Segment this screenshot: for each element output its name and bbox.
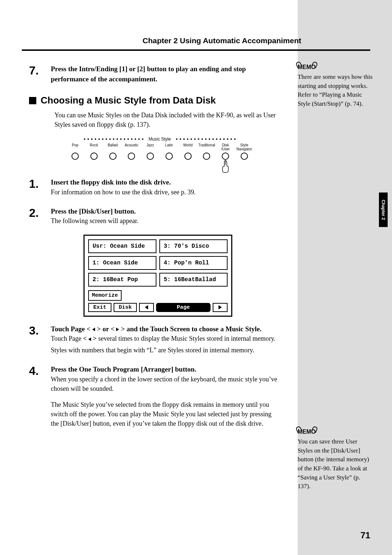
screen-cell-popn-roll[interactable]: 4: Pop'n Roll — [159, 256, 228, 270]
screen-exit-button[interactable]: Exit — [88, 303, 111, 312]
panel-buttons-row — [65, 153, 254, 160]
step-2-body: The following screen will appear. — [51, 216, 279, 226]
step-3-number: 3. — [29, 324, 51, 357]
panel-labels: Pop Rock Ballad Acoustic Jazz Latin Worl… — [65, 143, 254, 151]
step-2-title: Press the [Disk/User] button. — [51, 206, 279, 216]
memo-1-text: There are some ways how this starting an… — [298, 73, 374, 109]
panel-btn-disk-user[interactable] — [222, 153, 229, 160]
step-4-body1: When you specify a chord in the lower se… — [51, 374, 279, 393]
screen-page-next-button[interactable] — [213, 303, 228, 312]
step-3-body1: Touch Page < > several times to display … — [51, 334, 279, 343]
section-heading: Choosing a Music Style from Data Disk — [29, 95, 279, 106]
header-rule — [22, 49, 370, 51]
panel-btn-ballad[interactable] — [109, 153, 117, 160]
page-number: 71 — [360, 530, 370, 540]
screen-page-prev-button[interactable] — [139, 303, 154, 312]
page-header: Chapter 2 Using Automatic Accompaniment — [22, 36, 370, 51]
triangle-right-icon — [219, 305, 222, 309]
screen-cell-70s-disco[interactable]: 3: 70's Disco — [159, 239, 228, 253]
memo-icon: MEMO — [298, 64, 316, 70]
panel-btn-style-navigator[interactable] — [241, 153, 248, 160]
chapter-side-tab: Chapter 2 — [379, 193, 388, 227]
panel-label-rock: Rock — [86, 143, 102, 151]
screen-memorize-button[interactable]: Memorize — [88, 290, 122, 301]
screen-page-label: Page — [156, 303, 211, 312]
panel-label-world: World — [180, 143, 196, 151]
pointing-hand-icon — [220, 160, 230, 173]
step-3-title: Touch Page < > or < > and the Touch Scre… — [51, 324, 279, 334]
step-4-number: 4. — [29, 364, 51, 430]
memo-1: MEMO There are some ways how this starti… — [298, 64, 374, 109]
step-4-title: Press the One Touch Program [Arranger] b… — [51, 364, 279, 374]
memo-2-text: You can save three User Styles on the [D… — [298, 437, 374, 491]
section-title: Choosing a Music Style from Data Disk — [41, 95, 216, 106]
panel-btn-traditional[interactable] — [203, 153, 210, 160]
panel-label-disk-user: Disk /User — [217, 143, 234, 151]
step-2-number: 2. — [29, 206, 51, 228]
step-3: 3. Touch Page < > or < > and the Touch S… — [29, 324, 279, 357]
panel-label-traditional: Traditional — [198, 143, 215, 151]
step-1-number: 1. — [29, 177, 51, 199]
panel-btn-world[interactable] — [184, 153, 192, 160]
memo-icon: MEMO — [298, 429, 316, 435]
panel-center-label: Music Style — [148, 137, 171, 142]
panel-btn-jazz[interactable] — [147, 153, 154, 160]
panel-label-style-navigator: Style Navigator — [236, 143, 253, 151]
screen-cell-1-ocean-side[interactable]: 1: Ocean Side — [88, 256, 156, 270]
panel-dots-row: Music Style — [65, 137, 254, 142]
panel-btn-rock[interactable] — [90, 153, 98, 160]
step-2: 2. Press the [Disk/User] button. The fol… — [29, 206, 279, 228]
step-7-text: Press the Intro/Ending [1] or [2] button… — [51, 64, 279, 84]
step-4-body2: The Music Style you’ve selected from the… — [51, 400, 279, 428]
step-4: 4. Press the One Touch Program [Arranger… — [29, 364, 279, 430]
panel-btn-pop[interactable] — [72, 153, 79, 160]
step-1-body: For information on how to use the disk d… — [51, 187, 279, 197]
panel-label-acoustic: Acoustic — [123, 143, 140, 151]
step-7: 7. Press the Intro/Ending [1] or [2] but… — [29, 64, 279, 84]
section-intro: You can use Music Styles on the Data Dis… — [54, 110, 279, 129]
panel-btn-acoustic[interactable] — [128, 153, 135, 160]
music-style-panel: Music Style Pop Rock Ballad Acoustic Jaz… — [65, 137, 254, 160]
screen-cell-usr-ocean-side[interactable]: Usr: Ocean Side — [88, 239, 156, 253]
panel-label-jazz: Jazz — [142, 143, 159, 151]
step-7-number: 7. — [29, 64, 51, 84]
screen-disk-button[interactable]: Disk — [114, 303, 137, 312]
chapter-title: Chapter 2 Using Automatic Accompaniment — [22, 36, 370, 45]
panel-label-pop: Pop — [67, 143, 83, 151]
step-1-title: Insert the floppy disk into the disk dri… — [51, 177, 279, 187]
screen-cell-16beat-pop[interactable]: 2: 16Beat Pop — [88, 273, 156, 287]
memo-2: MEMO You can save three User Styles on t… — [298, 429, 374, 491]
screen-cell-16beat-ballad[interactable]: 5: 16BeatBallad — [159, 273, 228, 287]
triangle-left-icon — [92, 328, 95, 331]
panel-btn-latin[interactable] — [166, 153, 173, 160]
triangle-left-icon — [145, 305, 148, 309]
step-3-body2: Styles with numbers that begin with “L” … — [51, 345, 279, 355]
panel-label-latin: Latin — [161, 143, 177, 151]
panel-label-ballad: Ballad — [105, 143, 121, 151]
lcd-screen: Usr: Ocean Side 3: 70's Disco 1: Ocean S… — [83, 235, 232, 317]
step-1: 1. Insert the floppy disk into the disk … — [29, 177, 279, 199]
